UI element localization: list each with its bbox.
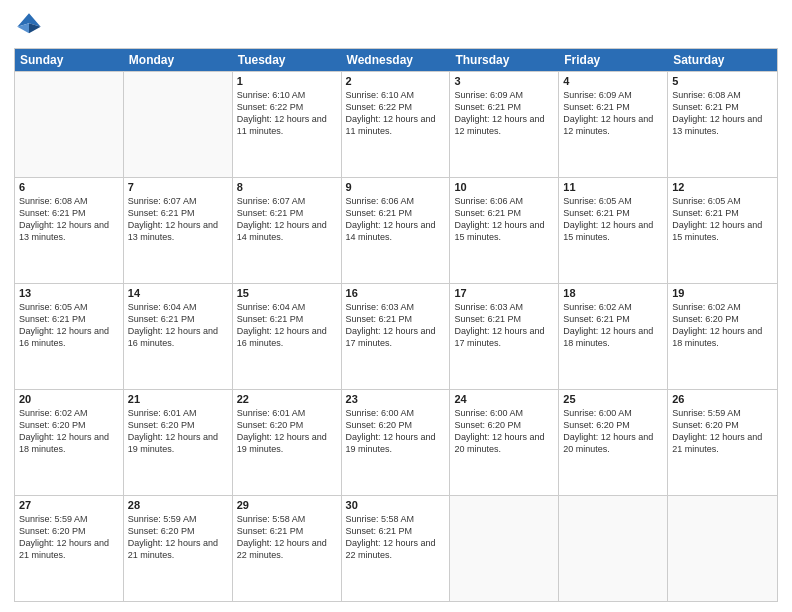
- day-info: Sunrise: 6:01 AM Sunset: 6:20 PM Dayligh…: [237, 407, 337, 456]
- calendar-cell: 25Sunrise: 6:00 AM Sunset: 6:20 PM Dayli…: [559, 390, 668, 495]
- calendar-cell: [668, 496, 777, 601]
- calendar-week-5: 27Sunrise: 5:59 AM Sunset: 6:20 PM Dayli…: [15, 495, 777, 601]
- calendar-cell: 5Sunrise: 6:08 AM Sunset: 6:21 PM Daylig…: [668, 72, 777, 177]
- day-info: Sunrise: 5:58 AM Sunset: 6:21 PM Dayligh…: [237, 513, 337, 562]
- day-info: Sunrise: 6:01 AM Sunset: 6:20 PM Dayligh…: [128, 407, 228, 456]
- calendar-cell: 14Sunrise: 6:04 AM Sunset: 6:21 PM Dayli…: [124, 284, 233, 389]
- day-info: Sunrise: 6:08 AM Sunset: 6:21 PM Dayligh…: [672, 89, 773, 138]
- logo-icon: [14, 10, 44, 40]
- day-number: 18: [563, 287, 663, 299]
- day-number: 2: [346, 75, 446, 87]
- calendar-cell: 3Sunrise: 6:09 AM Sunset: 6:21 PM Daylig…: [450, 72, 559, 177]
- day-info: Sunrise: 6:00 AM Sunset: 6:20 PM Dayligh…: [454, 407, 554, 456]
- day-number: 12: [672, 181, 773, 193]
- day-number: 25: [563, 393, 663, 405]
- header: [14, 10, 778, 40]
- calendar-header: SundayMondayTuesdayWednesdayThursdayFrid…: [15, 49, 777, 71]
- day-number: 27: [19, 499, 119, 511]
- calendar-cell: 15Sunrise: 6:04 AM Sunset: 6:21 PM Dayli…: [233, 284, 342, 389]
- day-number: 4: [563, 75, 663, 87]
- header-day-tuesday: Tuesday: [233, 49, 342, 71]
- calendar-cell: 29Sunrise: 5:58 AM Sunset: 6:21 PM Dayli…: [233, 496, 342, 601]
- day-number: 5: [672, 75, 773, 87]
- calendar: SundayMondayTuesdayWednesdayThursdayFrid…: [14, 48, 778, 602]
- day-info: Sunrise: 6:08 AM Sunset: 6:21 PM Dayligh…: [19, 195, 119, 244]
- calendar-cell: 20Sunrise: 6:02 AM Sunset: 6:20 PM Dayli…: [15, 390, 124, 495]
- day-number: 10: [454, 181, 554, 193]
- day-number: 29: [237, 499, 337, 511]
- calendar-cell: 10Sunrise: 6:06 AM Sunset: 6:21 PM Dayli…: [450, 178, 559, 283]
- calendar-week-3: 13Sunrise: 6:05 AM Sunset: 6:21 PM Dayli…: [15, 283, 777, 389]
- calendar-cell: [450, 496, 559, 601]
- day-info: Sunrise: 6:05 AM Sunset: 6:21 PM Dayligh…: [19, 301, 119, 350]
- day-info: Sunrise: 5:59 AM Sunset: 6:20 PM Dayligh…: [19, 513, 119, 562]
- day-info: Sunrise: 6:03 AM Sunset: 6:21 PM Dayligh…: [454, 301, 554, 350]
- calendar-cell: 7Sunrise: 6:07 AM Sunset: 6:21 PM Daylig…: [124, 178, 233, 283]
- day-number: 15: [237, 287, 337, 299]
- day-info: Sunrise: 6:02 AM Sunset: 6:20 PM Dayligh…: [672, 301, 773, 350]
- calendar-cell: 9Sunrise: 6:06 AM Sunset: 6:21 PM Daylig…: [342, 178, 451, 283]
- day-info: Sunrise: 5:58 AM Sunset: 6:21 PM Dayligh…: [346, 513, 446, 562]
- day-info: Sunrise: 6:02 AM Sunset: 6:20 PM Dayligh…: [19, 407, 119, 456]
- calendar-cell: 23Sunrise: 6:00 AM Sunset: 6:20 PM Dayli…: [342, 390, 451, 495]
- day-info: Sunrise: 6:09 AM Sunset: 6:21 PM Dayligh…: [454, 89, 554, 138]
- day-number: 26: [672, 393, 773, 405]
- calendar-cell: 19Sunrise: 6:02 AM Sunset: 6:20 PM Dayli…: [668, 284, 777, 389]
- calendar-cell: [559, 496, 668, 601]
- header-day-saturday: Saturday: [668, 49, 777, 71]
- calendar-cell: 4Sunrise: 6:09 AM Sunset: 6:21 PM Daylig…: [559, 72, 668, 177]
- day-number: 6: [19, 181, 119, 193]
- day-info: Sunrise: 6:04 AM Sunset: 6:21 PM Dayligh…: [237, 301, 337, 350]
- calendar-cell: 16Sunrise: 6:03 AM Sunset: 6:21 PM Dayli…: [342, 284, 451, 389]
- calendar-cell: 12Sunrise: 6:05 AM Sunset: 6:21 PM Dayli…: [668, 178, 777, 283]
- header-day-sunday: Sunday: [15, 49, 124, 71]
- day-info: Sunrise: 6:06 AM Sunset: 6:21 PM Dayligh…: [454, 195, 554, 244]
- calendar-week-1: 1Sunrise: 6:10 AM Sunset: 6:22 PM Daylig…: [15, 71, 777, 177]
- day-info: Sunrise: 6:09 AM Sunset: 6:21 PM Dayligh…: [563, 89, 663, 138]
- day-info: Sunrise: 6:07 AM Sunset: 6:21 PM Dayligh…: [128, 195, 228, 244]
- day-info: Sunrise: 6:00 AM Sunset: 6:20 PM Dayligh…: [563, 407, 663, 456]
- calendar-cell: 13Sunrise: 6:05 AM Sunset: 6:21 PM Dayli…: [15, 284, 124, 389]
- day-info: Sunrise: 6:10 AM Sunset: 6:22 PM Dayligh…: [237, 89, 337, 138]
- day-number: 14: [128, 287, 228, 299]
- header-day-monday: Monday: [124, 49, 233, 71]
- day-info: Sunrise: 6:03 AM Sunset: 6:21 PM Dayligh…: [346, 301, 446, 350]
- calendar-cell: [15, 72, 124, 177]
- day-number: 22: [237, 393, 337, 405]
- day-number: 16: [346, 287, 446, 299]
- calendar-cell: 30Sunrise: 5:58 AM Sunset: 6:21 PM Dayli…: [342, 496, 451, 601]
- day-number: 11: [563, 181, 663, 193]
- day-info: Sunrise: 6:10 AM Sunset: 6:22 PM Dayligh…: [346, 89, 446, 138]
- day-info: Sunrise: 6:06 AM Sunset: 6:21 PM Dayligh…: [346, 195, 446, 244]
- calendar-cell: 6Sunrise: 6:08 AM Sunset: 6:21 PM Daylig…: [15, 178, 124, 283]
- day-info: Sunrise: 5:59 AM Sunset: 6:20 PM Dayligh…: [128, 513, 228, 562]
- day-number: 28: [128, 499, 228, 511]
- day-info: Sunrise: 6:02 AM Sunset: 6:21 PM Dayligh…: [563, 301, 663, 350]
- day-number: 7: [128, 181, 228, 193]
- header-day-wednesday: Wednesday: [342, 49, 451, 71]
- logo: [14, 10, 48, 40]
- calendar-cell: [124, 72, 233, 177]
- day-number: 3: [454, 75, 554, 87]
- day-info: Sunrise: 6:04 AM Sunset: 6:21 PM Dayligh…: [128, 301, 228, 350]
- header-day-friday: Friday: [559, 49, 668, 71]
- day-info: Sunrise: 6:00 AM Sunset: 6:20 PM Dayligh…: [346, 407, 446, 456]
- calendar-cell: 1Sunrise: 6:10 AM Sunset: 6:22 PM Daylig…: [233, 72, 342, 177]
- day-info: Sunrise: 5:59 AM Sunset: 6:20 PM Dayligh…: [672, 407, 773, 456]
- calendar-cell: 11Sunrise: 6:05 AM Sunset: 6:21 PM Dayli…: [559, 178, 668, 283]
- day-number: 20: [19, 393, 119, 405]
- day-number: 13: [19, 287, 119, 299]
- day-number: 8: [237, 181, 337, 193]
- day-number: 24: [454, 393, 554, 405]
- calendar-body: 1Sunrise: 6:10 AM Sunset: 6:22 PM Daylig…: [15, 71, 777, 601]
- calendar-cell: 26Sunrise: 5:59 AM Sunset: 6:20 PM Dayli…: [668, 390, 777, 495]
- calendar-cell: 18Sunrise: 6:02 AM Sunset: 6:21 PM Dayli…: [559, 284, 668, 389]
- day-info: Sunrise: 6:05 AM Sunset: 6:21 PM Dayligh…: [672, 195, 773, 244]
- day-info: Sunrise: 6:05 AM Sunset: 6:21 PM Dayligh…: [563, 195, 663, 244]
- day-number: 1: [237, 75, 337, 87]
- calendar-cell: 27Sunrise: 5:59 AM Sunset: 6:20 PM Dayli…: [15, 496, 124, 601]
- calendar-cell: 22Sunrise: 6:01 AM Sunset: 6:20 PM Dayli…: [233, 390, 342, 495]
- header-day-thursday: Thursday: [450, 49, 559, 71]
- calendar-cell: 17Sunrise: 6:03 AM Sunset: 6:21 PM Dayli…: [450, 284, 559, 389]
- day-info: Sunrise: 6:07 AM Sunset: 6:21 PM Dayligh…: [237, 195, 337, 244]
